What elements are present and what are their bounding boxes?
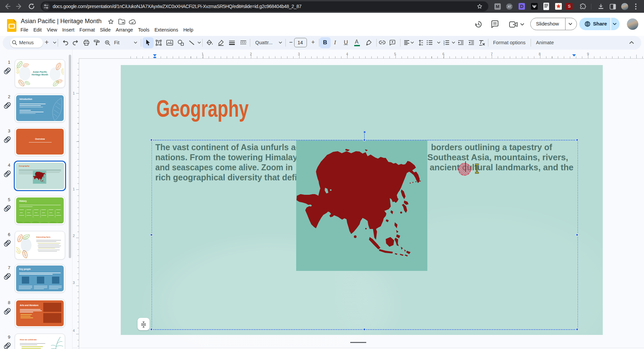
svg-text:3: 3 [443,43,445,45]
